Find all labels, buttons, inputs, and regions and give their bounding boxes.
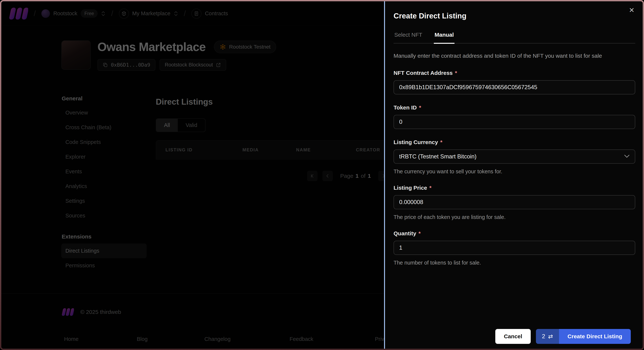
- transaction-count: 2: [542, 333, 545, 340]
- required-asterisk: *: [418, 230, 421, 237]
- required-asterisk: *: [429, 185, 432, 191]
- drawer-description: Manually enter the contract address and …: [394, 52, 635, 60]
- required-asterisk: *: [455, 70, 457, 76]
- required-asterisk: *: [440, 139, 442, 145]
- field-label: Quantity: [394, 230, 416, 237]
- field-helper: The number of tokens to list for sale.: [394, 260, 635, 266]
- field-helper: The price of each token you are listing …: [394, 214, 635, 220]
- field-label: Token ID: [394, 104, 417, 111]
- cancel-button[interactable]: Cancel: [495, 329, 531, 344]
- chevron-down-icon: [624, 155, 630, 159]
- listing-currency-select[interactable]: tRBTC (Testnet Smart Bitcoin): [394, 149, 635, 164]
- drawer-title: Create Direct Listing: [394, 12, 635, 20]
- field-label: Listing Price: [394, 185, 427, 191]
- field-listing-price: Listing Price * The price of each token …: [394, 185, 635, 220]
- nft-contract-address-input[interactable]: [394, 80, 635, 94]
- selected-currency: tRBTC (Testnet Smart Bitcoin): [399, 153, 476, 160]
- window-frame: / Rootstock Free / My Marketplace: [0, 0, 644, 350]
- drawer-tabs: Select NFT Manual: [394, 32, 635, 43]
- tab-select-nft[interactable]: Select NFT: [394, 32, 423, 44]
- close-icon[interactable]: ✕: [629, 7, 634, 13]
- screen: / Rootstock Free / My Marketplace: [1, 1, 643, 349]
- listing-price-input[interactable]: [394, 195, 635, 209]
- field-label: NFT Contract Address: [394, 70, 453, 76]
- create-direct-listing-button[interactable]: Create Direct Listing: [559, 329, 631, 344]
- swap-arrows-icon: ⇄: [548, 334, 553, 340]
- tab-manual[interactable]: Manual: [434, 32, 454, 44]
- submit-button-group: 2 ⇄ Create Direct Listing: [536, 329, 631, 344]
- drawer-actions: Cancel 2 ⇄ Create Direct Listing: [495, 329, 631, 344]
- required-asterisk: *: [419, 104, 421, 111]
- field-quantity: Quantity * The number of tokens to list …: [394, 230, 635, 266]
- field-listing-currency: Listing Currency * tRBTC (Testnet Smart …: [394, 139, 635, 175]
- create-listing-drawer: ✕ Create Direct Listing Select NFT Manua…: [384, 1, 643, 349]
- field-helper: The currency you want to sell your token…: [394, 168, 635, 175]
- field-token-id: Token ID *: [394, 104, 635, 129]
- field-label: Listing Currency: [394, 139, 438, 145]
- token-id-input[interactable]: [394, 115, 635, 129]
- field-nft-contract-address: NFT Contract Address *: [394, 70, 635, 94]
- transaction-count-button[interactable]: 2 ⇄: [536, 329, 559, 344]
- quantity-input[interactable]: [394, 241, 635, 255]
